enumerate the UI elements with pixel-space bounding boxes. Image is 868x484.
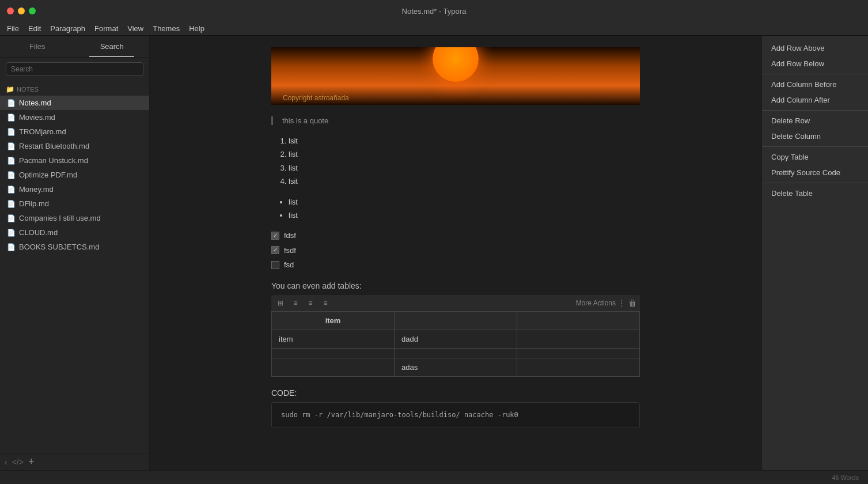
- ctx-separator-2: [762, 110, 868, 111]
- ctx-prettify[interactable]: Prettify Source Code: [762, 165, 868, 180]
- checkbox-fdsf[interactable]: [271, 232, 279, 240]
- source-toggle-button[interactable]: </>: [12, 457, 24, 467]
- tab-files[interactable]: Files: [0, 36, 75, 57]
- menu-format[interactable]: Format: [94, 24, 118, 33]
- search-input[interactable]: [6, 62, 143, 76]
- file-item-notes[interactable]: 📄 Notes.md: [0, 96, 149, 110]
- list-item: list: [289, 209, 640, 222]
- table-header-col3[interactable]: [517, 311, 640, 330]
- menu-help[interactable]: Help: [189, 24, 204, 33]
- align-left-icon[interactable]: ≡: [290, 297, 301, 309]
- table-cell[interactable]: [272, 358, 395, 376]
- sidebar-bottom-row: ‹ </> +: [0, 453, 149, 470]
- delete-table-icon-button[interactable]: 🗑: [628, 298, 636, 308]
- context-panel: Add Row Above Add Row Below Add Column B…: [761, 36, 868, 470]
- section-label: NOTES: [17, 86, 39, 93]
- file-name: CLOUD.md: [19, 228, 58, 237]
- table-row: adas: [272, 358, 640, 376]
- image-caption: Copyright astroañada: [283, 94, 349, 102]
- file-item-cloud[interactable]: 📄 CLOUD.md: [0, 225, 149, 240]
- maximize-button[interactable]: [29, 7, 36, 14]
- menu-edit[interactable]: Edit: [28, 24, 41, 33]
- ctx-delete-table[interactable]: Delete Table: [762, 186, 868, 201]
- ctx-add-col-after[interactable]: Add Column After: [762, 92, 868, 108]
- file-name: DFlip.md: [19, 199, 49, 208]
- menu-file[interactable]: File: [7, 24, 19, 33]
- ctx-separator-1: [762, 74, 868, 74]
- table-header-col2[interactable]: [395, 311, 517, 330]
- ctx-copy-table[interactable]: Copy Table: [762, 149, 868, 165]
- file-item-movies[interactable]: 📄 Movies.md: [0, 110, 149, 124]
- ctx-add-row-above[interactable]: Add Row Above: [762, 40, 868, 56]
- file-item-companies[interactable]: 📄 Companies I still use.md: [0, 211, 149, 225]
- table-cell[interactable]: [272, 348, 395, 358]
- table-row: [272, 348, 640, 358]
- blockquote: this is a quote: [271, 116, 640, 125]
- unordered-list: list list: [289, 195, 640, 222]
- code-heading: CODE:: [271, 388, 640, 398]
- more-actions-button[interactable]: More Actions ⋮: [576, 299, 625, 307]
- file-name: Companies I still use.md: [19, 214, 101, 222]
- file-icon: 📄: [7, 128, 16, 136]
- menu-paragraph[interactable]: Paragraph: [50, 24, 85, 33]
- editor-content: Copyright astroañada this is a quote lsi…: [254, 36, 657, 463]
- checkbox-fsd[interactable]: [271, 261, 279, 269]
- code-block[interactable]: sudo rm -r /var/lib/manjaro-tools/buildi…: [271, 402, 640, 428]
- file-icon: 📄: [7, 214, 16, 222]
- code-content: sudo rm -r /var/lib/manjaro-tools/buildi…: [281, 411, 518, 419]
- ctx-add-row-below[interactable]: Add Row Below: [762, 56, 868, 71]
- file-item-money[interactable]: 📄 Money.md: [0, 182, 149, 196]
- file-item-pacman-unstuck[interactable]: 📄 Pacman Unstuck.md: [0, 153, 149, 168]
- file-item-restart-bluetooth[interactable]: 📄 Restart Bluetooth.md: [0, 139, 149, 153]
- file-name: Movies.md: [19, 113, 55, 122]
- table-cell[interactable]: dadd: [395, 330, 517, 348]
- back-button[interactable]: ‹: [5, 457, 7, 467]
- table-cell[interactable]: [517, 348, 640, 358]
- sidebar-section-notes: 📁 NOTES: [0, 81, 149, 96]
- grid-icon[interactable]: ⊞: [275, 297, 286, 309]
- sidebar: Files Search 📁 NOTES 📄 Notes.md 📄 Movies…: [0, 36, 150, 470]
- list-item: list: [289, 161, 640, 175]
- align-center-icon[interactable]: ≡: [305, 297, 316, 309]
- window-title: Notes.md* - Typora: [402, 7, 467, 16]
- ctx-add-col-before[interactable]: Add Column Before: [762, 77, 868, 92]
- traffic-lights: [7, 7, 36, 14]
- table-header-item[interactable]: item: [272, 311, 395, 330]
- file-item-books[interactable]: 📄 BOOKS SUBJETCS.md: [0, 240, 149, 254]
- table-cell[interactable]: [517, 358, 640, 376]
- file-icon: 📄: [7, 171, 16, 179]
- table-cell[interactable]: adas: [395, 358, 517, 376]
- table-toolbar: ⊞ ≡ ≡ ≡ More Actions ⋮ 🗑: [271, 295, 640, 311]
- checkbox-list: fdsf fsdf fsd: [271, 229, 640, 271]
- ctx-delete-column[interactable]: Delete Column: [762, 128, 868, 144]
- table-cell[interactable]: [517, 330, 640, 348]
- file-icon: 📄: [7, 200, 16, 208]
- file-item-optimize-pdf[interactable]: 📄 Optimize PDF.md: [0, 168, 149, 182]
- add-file-button[interactable]: +: [28, 456, 35, 468]
- checkbox-fsdf[interactable]: [271, 246, 279, 254]
- file-item-tromjaro[interactable]: 📄 TROMjaro.md: [0, 124, 149, 139]
- editor-area[interactable]: Copyright astroañada this is a quote lsi…: [150, 36, 761, 470]
- list-item: list: [289, 195, 640, 209]
- minimize-button[interactable]: [18, 7, 25, 14]
- file-icon: 📄: [7, 142, 16, 150]
- file-icon: 📄: [7, 114, 16, 122]
- table-cell[interactable]: item: [272, 330, 395, 348]
- file-name: TROMjaro.md: [19, 127, 66, 136]
- list-item: lsit: [289, 134, 640, 148]
- file-name: BOOKS SUBJETCS.md: [19, 243, 99, 251]
- list-item: lsit: [289, 175, 640, 188]
- ctx-delete-row[interactable]: Delete Row: [762, 113, 868, 128]
- word-count: 46 Words: [832, 474, 859, 481]
- markdown-table: item item dadd: [271, 311, 640, 377]
- tab-search[interactable]: Search: [75, 36, 150, 57]
- menu-view[interactable]: View: [127, 24, 143, 33]
- file-item-dflip[interactable]: 📄 DFlip.md: [0, 196, 149, 211]
- titlebar: Notes.md* - Typora: [0, 0, 868, 22]
- align-right-icon[interactable]: ≡: [320, 297, 331, 309]
- menu-themes[interactable]: Themes: [153, 24, 180, 33]
- table-cell[interactable]: [395, 348, 517, 358]
- folder-icon: 📁: [6, 85, 14, 93]
- close-button[interactable]: [7, 7, 14, 14]
- table-header-row: item: [272, 311, 640, 330]
